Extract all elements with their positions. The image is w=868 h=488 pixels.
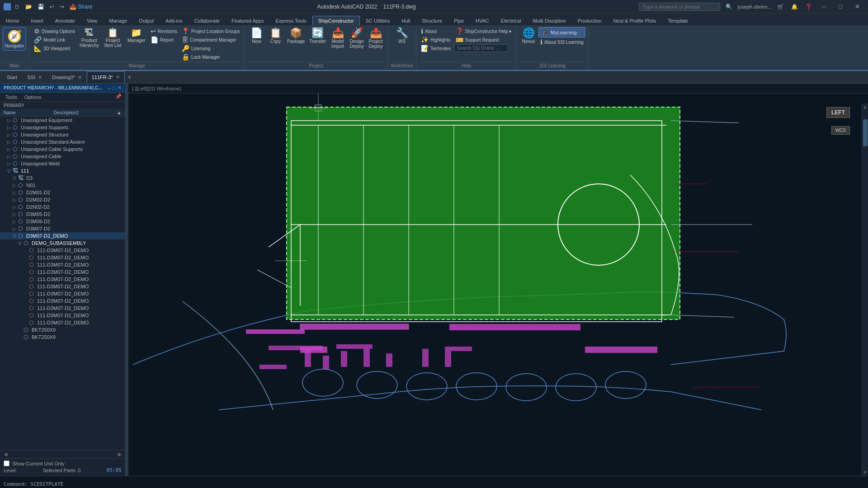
- tree-111-d3m07-2[interactable]: ⬡ 111-D3M07-D2_DEMO: [0, 254, 125, 261]
- tree-unassigned-cable-supports[interactable]: ▷ ⬡ Unassigned Cable Supports: [0, 145, 125, 153]
- panel-close-btn[interactable]: ✕: [118, 85, 122, 91]
- quick-access-redo[interactable]: ↪: [58, 3, 66, 11]
- scroll-left-btn[interactable]: ◀: [4, 451, 7, 457]
- doc-tab-drawing3[interactable]: Drawing3* ✕: [47, 71, 87, 83]
- highlights-btn[interactable]: ✨ Highlights: [419, 36, 453, 44]
- tab-nestprofile[interactable]: Nest & Profile Plots: [607, 16, 662, 25]
- tree-bkt250x9-2[interactable]: ⬡ BKT250X9: [0, 333, 125, 341]
- project-item-list-btn[interactable]: 📋 ProjectItem List: [102, 27, 124, 49]
- tree-d3m05[interactable]: ▷ ⬡ D3M05-D2: [0, 211, 125, 218]
- doc-tab-111fr3[interactable]: 111FR-3* ✕: [87, 71, 125, 83]
- tree-d2n02[interactable]: ▷ ⬡ D2N02-D2: [0, 203, 125, 211]
- tab-collaborate[interactable]: Collaborate: [189, 16, 226, 25]
- model-import-btn[interactable]: 📥 ModelImport: [329, 27, 347, 50]
- tab-output[interactable]: Output: [133, 16, 160, 25]
- tab-template[interactable]: Template: [662, 16, 694, 25]
- 3d-viewpoint-btn[interactable]: 📐 3D Viewpoint: [32, 44, 77, 52]
- tree-scroll[interactable]: ▷ ⬡ Unassigned Equipment ▷ ⬡ Unassigned …: [0, 117, 125, 450]
- ssi-search-input[interactable]: [454, 44, 508, 52]
- tree-111-d3m07-4[interactable]: ⬡ 111-D3M07-D2_DEMO: [0, 268, 125, 276]
- tree-n01[interactable]: ▷ ⬡ N01: [0, 182, 125, 189]
- tools-btn[interactable]: Tools: [4, 94, 19, 101]
- tree-unassigned-supports[interactable]: ▷ ⬡ Unassigned Supports: [0, 124, 125, 131]
- tree-d2m02[interactable]: ▷ ⬡ D2M02-D2: [0, 196, 125, 203]
- manager-btn[interactable]: 📁 Manager: [125, 27, 148, 44]
- tree-111-d3m07-8[interactable]: ⬡ 111-D3M07-D2_DEMO: [0, 297, 125, 305]
- tree-demo-subassembly[interactable]: ▽ ⬡ DEMO_SUBASSEMBLY: [0, 239, 125, 247]
- keyword-search[interactable]: [639, 3, 720, 11]
- workshare-btn[interactable]: 🔧 WS: [393, 27, 411, 45]
- tab-shipconstructor[interactable]: ShipConstructor: [312, 16, 360, 25]
- project-location-groups-btn[interactable]: 📍 Project Location Groups: [180, 27, 241, 35]
- about-ssi-learning-btn[interactable]: ℹ About SSI Learning: [538, 38, 585, 46]
- tree-d3[interactable]: ▽ 🏗 D3: [0, 174, 125, 182]
- tab-manage[interactable]: Manage: [104, 16, 133, 25]
- tree-d3m07[interactable]: ▷ ⬡ D3M07-D2: [0, 225, 125, 232]
- minimize-btn[interactable]: ─: [817, 1, 830, 12]
- add-tab-btn[interactable]: +: [125, 73, 134, 81]
- tab-annotate[interactable]: Annotate: [49, 16, 81, 25]
- doc-tab-start[interactable]: Start: [2, 71, 22, 83]
- project-deploy-btn[interactable]: 📤 ProjectDeploy: [367, 27, 385, 50]
- navigator-btn[interactable]: 🧭 Navigator: [3, 27, 26, 51]
- report-btn[interactable]: 📄 Report: [149, 36, 179, 44]
- lock-manager-btn[interactable]: 🔒 Lock Manager: [180, 53, 241, 61]
- tab-insert[interactable]: Insert: [25, 16, 49, 25]
- tree-unassigned-cable[interactable]: ▷ ⬡ Unassigned Cable: [0, 153, 125, 160]
- tab-featured[interactable]: Featured Apps: [226, 16, 270, 25]
- tab-express[interactable]: Express Tools: [269, 16, 312, 25]
- tab-addins[interactable]: Add-ins: [160, 16, 188, 25]
- close-drawing3-tab[interactable]: ✕: [78, 75, 82, 80]
- options-btn[interactable]: Options: [23, 94, 43, 101]
- tab-electrical[interactable]: Electrical: [495, 16, 527, 25]
- tab-hull[interactable]: Hull: [396, 16, 416, 25]
- close-ssi-tab[interactable]: ✕: [38, 75, 42, 80]
- tab-scutilities[interactable]: SC Utilities: [360, 16, 396, 25]
- tree-111[interactable]: ▽ 🏗 111: [0, 167, 125, 174]
- compartment-manager-btn[interactable]: 🗄 Compartment Manager: [180, 36, 241, 44]
- tab-hvac[interactable]: HVAC: [470, 16, 495, 25]
- transfer-btn[interactable]: 🔄 Transfer: [307, 27, 328, 45]
- panel-maximize-btn[interactable]: □: [113, 85, 116, 91]
- design-deploy-btn[interactable]: 🚀 DesignDeploy: [348, 27, 366, 50]
- support-request-btn[interactable]: 🎫 Support Request: [454, 36, 514, 44]
- mylearning-btn[interactable]: 🎓 MyLearning: [538, 27, 585, 38]
- show-current-unit-checkbox[interactable]: [4, 460, 9, 466]
- tab-view[interactable]: View: [81, 16, 104, 25]
- tree-111-d3m07-3[interactable]: ⬡ 111-D3M07-D2_DEMO: [0, 261, 125, 268]
- new-btn[interactable]: 📄 New: [247, 27, 265, 45]
- tree-unassigned-std-assem[interactable]: ▷ ⬡ Unassigned Standard Assem: [0, 138, 125, 145]
- revisions-btn[interactable]: ↩ Revisions: [149, 27, 179, 35]
- tree-bkt250x9-1[interactable]: ⬡ BKT250X9: [0, 326, 125, 333]
- tree-unassigned-weld[interactable]: ▷ ⬡ Unassigned Weld: [0, 160, 125, 167]
- sc-help-btn[interactable]: ❓ ShipConstructor Help ▾: [454, 27, 514, 35]
- quick-access-new[interactable]: 🗋: [13, 3, 22, 11]
- quick-access-open[interactable]: 📂: [24, 3, 34, 11]
- help-btn[interactable]: ❓: [803, 3, 814, 11]
- viewport-scrollbar[interactable]: ▲ ▼: [862, 103, 868, 476]
- tab-structure[interactable]: Structure: [416, 16, 448, 25]
- close-btn[interactable]: ✕: [850, 1, 864, 12]
- tab-multidiscipline[interactable]: Multi Discipline: [527, 16, 571, 25]
- restore-btn[interactable]: □: [834, 1, 847, 12]
- view-label-button[interactable]: LEFT: [826, 107, 850, 118]
- tree-111-d3m07-11[interactable]: ⬡ 111-D3M07-D2_DEMO: [0, 319, 125, 326]
- scroll-right-btn[interactable]: ▶: [118, 451, 122, 457]
- search-btn[interactable]: 🔍: [724, 3, 734, 11]
- tree-d3m07-demo[interactable]: ▽ ⬡ D3M07-D2_DEMO: [0, 232, 125, 239]
- licensing-btn[interactable]: 🔑 Licensing: [180, 44, 241, 52]
- product-hierarchy-btn[interactable]: 🏗 ProductHierarchy: [78, 27, 101, 49]
- quick-access-save[interactable]: 💾: [36, 3, 46, 11]
- panel-minimize-btn[interactable]: ─: [108, 85, 111, 91]
- tree-d3m06[interactable]: ▷ ⬡ D3M06-D2: [0, 218, 125, 225]
- tree-111-d3m07-7[interactable]: ⬡ 111-D3M07-D2_DEMO: [0, 290, 125, 297]
- cart-btn[interactable]: 🛒: [775, 3, 786, 11]
- tab-pipe[interactable]: Pipe: [448, 16, 470, 25]
- tree-111-d3m07-6[interactable]: ⬡ 111-D3M07-D2_DEMO: [0, 283, 125, 290]
- scroll-up-viewport[interactable]: ▲: [862, 103, 868, 110]
- technotes-btn[interactable]: 📝 Technotes: [419, 44, 453, 52]
- tree-d2m01[interactable]: ▷ ⬡ D2M01-D2: [0, 189, 125, 196]
- share-btn[interactable]: 📤 Share: [68, 4, 94, 10]
- tree-111-d3m07-9[interactable]: ⬡ 111-D3M07-D2_DEMO: [0, 305, 125, 312]
- quick-access-undo[interactable]: ↩: [48, 3, 56, 11]
